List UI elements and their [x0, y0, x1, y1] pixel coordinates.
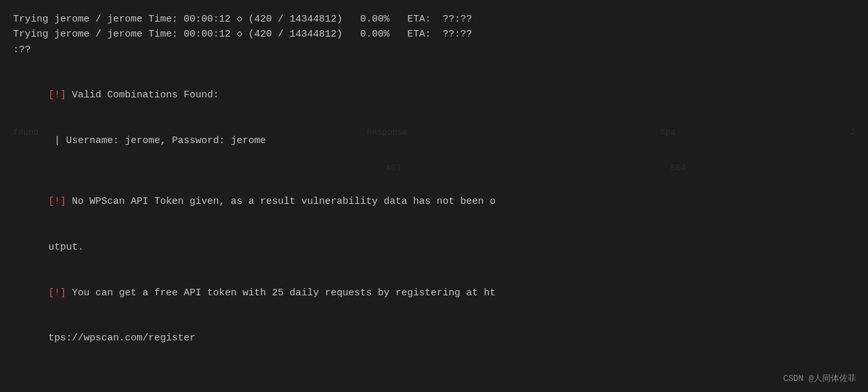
terminal-blank-line [13, 361, 855, 376]
terminal-line-credentials: | Username: jerome, Password: jerome [13, 118, 855, 164]
terminal-line-no-token: [!] No WPScan API Token given, as a resu… [13, 179, 855, 225]
watermark: CSDN @人间体佐菲 [783, 372, 856, 384]
terminal-window: found Response Spa 2 403 564 Trying jero… [0, 0, 868, 392]
terminal-line: Trying jerome / jerome Time: 00:00:12 ◇ … [13, 12, 855, 27]
bracket-icon: [!] [48, 90, 66, 101]
terminal-line-finished: [+] Finished: Thu Jan 19 10:46:41 2023 [13, 376, 855, 392]
terminal-line-api-token-info: [!] You can get a free API token with 25… [13, 270, 855, 316]
terminal-line-no-token-cont: utput. [13, 225, 855, 270]
terminal-line-valid-combo: [!] Valid Combinations Found: [13, 73, 855, 118]
line-text: No WPScan API Token given, as a result v… [66, 196, 495, 207]
terminal-blank-line [13, 57, 855, 73]
terminal-blank-line [13, 164, 855, 179]
line-text: Trying jerome / jerome Time: 00:00:12 ◇ … [13, 14, 472, 25]
line-text: utput. [48, 242, 84, 253]
terminal-line: :?? [13, 42, 855, 57]
line-text: tps://wpscan.com/register [48, 333, 195, 344]
line-text: You can get a free API token with 25 dai… [66, 287, 495, 299]
line-text: Trying jerome / jerome Time: 00:00:12 ◇ … [13, 29, 472, 40]
terminal-output: Trying jerome / jerome Time: 00:00:12 ◇ … [13, 12, 855, 392]
bracket-icon: [!] [48, 196, 66, 207]
line-text: :?? [13, 44, 31, 56]
terminal-line-api-token-url: tps://wpscan.com/register [13, 316, 855, 361]
terminal-line: Trying jerome / jerome Time: 00:00:12 ◇ … [13, 27, 855, 42]
line-text: Valid Combinations Found: [66, 90, 219, 101]
line-text: | Username: jerome, Password: jerome [48, 135, 266, 146]
bracket-icon: [!] [48, 287, 66, 299]
